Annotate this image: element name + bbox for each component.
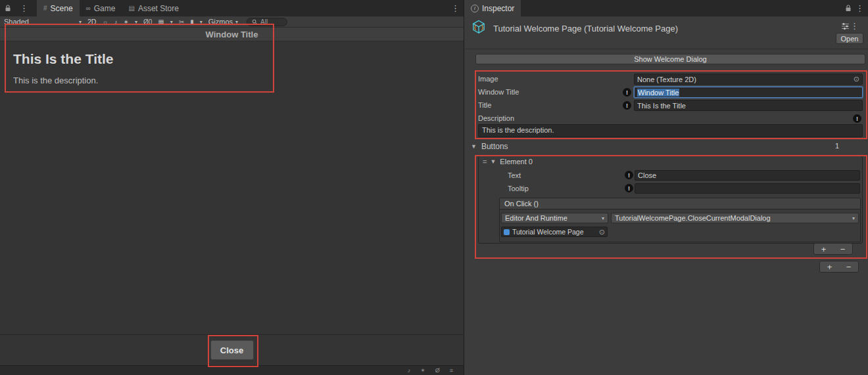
2d-toggle[interactable]: 2D bbox=[87, 18, 96, 26]
remove-event-button[interactable]: − bbox=[833, 244, 852, 254]
tooltip-input[interactable] bbox=[635, 183, 860, 194]
tooltip-row: Tooltip ! bbox=[479, 183, 862, 194]
chevron-down-icon: ▾ bbox=[235, 19, 238, 25]
tab-asset-store[interactable]: ▤ Asset Store bbox=[122, 0, 185, 16]
event-function-value: TutorialWelcomePage.CloseCurrentModalDia… bbox=[615, 214, 771, 222]
tab-asset-store-label: Asset Store bbox=[138, 4, 179, 13]
buttons-label: Buttons bbox=[481, 142, 508, 151]
tabbar-spacer bbox=[185, 0, 447, 16]
dialog-description: This is the description. bbox=[13, 76, 98, 85]
svg-text:{ }: { } bbox=[473, 24, 485, 31]
tooltip-label: Tooltip bbox=[508, 183, 529, 194]
status-overlay-icon[interactable]: Ø bbox=[435, 367, 440, 374]
tab-inspector-label: Inspector bbox=[482, 4, 514, 13]
unity-editor-window: ⋮ # Scene ∞ Game ▤ Asset Store ⋮ Shaded … bbox=[0, 0, 868, 375]
scene-search-input[interactable]: All bbox=[247, 18, 287, 26]
inspector-tabbar: i Inspector ⋮ bbox=[464, 0, 868, 16]
status-effects-icon[interactable]: ✶ bbox=[420, 367, 425, 374]
buttons-array-controls: + − bbox=[819, 261, 859, 273]
grid-icon[interactable]: ▦ bbox=[158, 18, 164, 26]
title-input[interactable]: This Is the Title bbox=[634, 100, 863, 111]
open-button[interactable]: Open bbox=[836, 33, 863, 44]
add-event-button[interactable]: + bbox=[814, 244, 833, 254]
tab-scene-label: Scene bbox=[51, 4, 73, 13]
warning-icon: ! bbox=[625, 184, 633, 192]
warning-icon: ! bbox=[625, 171, 633, 179]
search-icon bbox=[252, 19, 258, 25]
image-row: Image None (Texture 2D) ⊙ bbox=[464, 74, 868, 85]
tab-scene[interactable]: # Scene bbox=[37, 0, 80, 16]
title-row: Title ! This Is the Title bbox=[464, 100, 868, 111]
dialog-title: This Is the Title bbox=[13, 51, 113, 67]
status-menu-icon[interactable]: ≡ bbox=[450, 367, 453, 374]
description-input[interactable]: This is the description. bbox=[478, 124, 863, 137]
drag-handle-icon[interactable]: = bbox=[483, 158, 486, 165]
gizmos-dropdown[interactable]: Gizmos ▾ bbox=[208, 18, 238, 26]
camera-chevron-icon[interactable]: ▾ bbox=[200, 19, 203, 25]
image-object-field[interactable]: None (Texture 2D) ⊙ bbox=[634, 74, 863, 85]
camera-icon[interactable]: ▮ bbox=[190, 18, 194, 26]
inspector-menu-icon[interactable]: ⋮ bbox=[852, 0, 868, 16]
scene-tabbar: ⋮ # Scene ∞ Game ▤ Asset Store ⋮ bbox=[0, 0, 464, 16]
game-controller-icon: ∞ bbox=[86, 5, 91, 12]
cut-icon[interactable]: ✂ bbox=[179, 18, 184, 26]
text-input[interactable]: Close bbox=[635, 170, 860, 181]
object-picker-icon[interactable]: ⊙ bbox=[599, 228, 605, 236]
buttons-list-box: = ▼ Element 0 Text ! Close Tooltip ! bbox=[478, 156, 863, 244]
pane-menu-icon[interactable]: ⋮ bbox=[16, 3, 32, 13]
header-divider bbox=[464, 49, 868, 49]
on-click-event-box: On Click () Editor And Runtime ▾ Tutoria… bbox=[499, 198, 861, 242]
object-picker-icon[interactable]: ⊙ bbox=[854, 75, 859, 83]
event-list-controls: + − bbox=[813, 243, 853, 255]
event-target-object-field[interactable]: Tutorial Welcome Page ⊙ bbox=[501, 227, 608, 237]
event-function-dropdown[interactable]: TutorialWelcomePage.CloseCurrentModalDia… bbox=[611, 213, 859, 223]
effects-chevron-icon[interactable]: ▾ bbox=[135, 19, 137, 25]
scene-toolbar: Shaded ▾ 2D ☼ ♪ ✶ ▾ Ø0 ▦ ▾ ✂ ▮ ▾ Gizmos … bbox=[0, 16, 464, 28]
inspector-pane: i Inspector ⋮ { } Tutorial Welcome Page … bbox=[464, 0, 868, 375]
chevron-down-icon: ▾ bbox=[850, 215, 855, 221]
dialog-window-title: Window Title bbox=[206, 30, 258, 39]
component-title: Tutorial Welcome Page (Tutorial Welcome … bbox=[493, 24, 678, 33]
audio-icon[interactable]: ♪ bbox=[114, 18, 118, 26]
window-title-input[interactable]: Window Title bbox=[634, 87, 863, 98]
buttons-array-size[interactable]: 1 bbox=[835, 141, 839, 152]
buttons-foldout[interactable]: ▼ Buttons bbox=[464, 141, 868, 152]
window-title-value: Window Title bbox=[637, 89, 679, 97]
image-value: None (Texture 2D) bbox=[637, 76, 696, 83]
title-label: Title bbox=[478, 100, 491, 111]
add-element-button[interactable]: + bbox=[820, 261, 839, 272]
search-value: All bbox=[260, 18, 268, 26]
scene-grid-icon: # bbox=[43, 5, 47, 12]
asset-store-icon: ▤ bbox=[128, 5, 134, 12]
status-audio-icon[interactable]: ♪ bbox=[408, 367, 411, 374]
scene-menu-icon[interactable]: ⋮ bbox=[447, 0, 464, 16]
foldout-arrow-icon: ▼ bbox=[471, 143, 477, 150]
close-button[interactable]: Close bbox=[210, 340, 254, 360]
component-menu-icon[interactable]: ⋮ bbox=[846, 21, 863, 31]
lighting-icon[interactable]: ☼ bbox=[102, 18, 108, 26]
lock-icon[interactable] bbox=[5, 5, 11, 12]
element-0-label: Element 0 bbox=[500, 158, 533, 165]
tab-game[interactable]: ∞ Game bbox=[80, 0, 122, 16]
inspector-info-icon: i bbox=[471, 5, 479, 12]
effects-icon[interactable]: ✶ bbox=[124, 18, 129, 26]
pane-corner-controls: ⋮ bbox=[0, 0, 37, 16]
event-mode-dropdown[interactable]: Editor And Runtime ▾ bbox=[501, 213, 608, 223]
grid-chevron-icon[interactable]: ▾ bbox=[170, 19, 173, 25]
description-label: Description bbox=[478, 113, 514, 124]
window-title-row: Window Title ! Window Title bbox=[464, 87, 868, 98]
scene-viewport[interactable]: Window Title This Is the Title This is t… bbox=[0, 28, 464, 365]
inspector-lock-icon[interactable] bbox=[845, 0, 852, 16]
script-icon bbox=[504, 229, 510, 235]
tab-game-label: Game bbox=[94, 4, 116, 13]
visibility-icon[interactable]: Ø0 bbox=[143, 18, 152, 26]
tab-inspector[interactable]: i Inspector bbox=[464, 0, 521, 16]
dialog-titlebar: Window Title bbox=[0, 28, 464, 41]
element-0-header[interactable]: = ▼ Element 0 bbox=[483, 158, 533, 165]
remove-element-button[interactable]: − bbox=[839, 261, 858, 272]
scene-statusbar: ♪ ✶ Ø ≡ bbox=[0, 365, 464, 375]
shading-mode-dropdown[interactable]: Shaded ▾ bbox=[4, 18, 82, 26]
warning-icon: ! bbox=[623, 88, 631, 97]
text-row: Text ! Close bbox=[479, 170, 862, 181]
show-welcome-dialog-button[interactable]: Show Welcome Dialog bbox=[475, 54, 865, 64]
